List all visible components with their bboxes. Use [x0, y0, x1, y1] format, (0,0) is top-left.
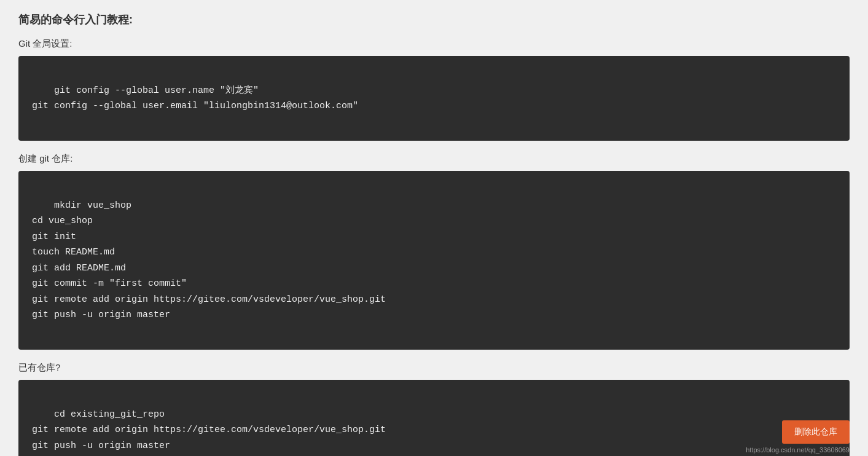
code-block-global-settings: git config --global user.name "刘龙宾" git … [18, 56, 850, 141]
page-container: 简易的命令行入门教程: Git 全局设置: git config --globa… [0, 0, 868, 456]
code-line-3-3: git push -u origin master [32, 441, 170, 451]
section-label-3: 已有仓库? [18, 362, 850, 374]
code-block-create-repo: mkdir vue_shop cd vue_shop git init touc… [18, 171, 850, 350]
code-line-3-1: cd existing_git_repo [54, 409, 165, 420]
section-label-2: 创建 git 仓库: [18, 153, 850, 165]
code-line-2-6: git commit -m "first commit" [32, 278, 187, 289]
code-line-1-2: git config --global user.email "liulongb… [32, 101, 358, 111]
section-label-1: Git 全局设置: [18, 38, 850, 50]
code-line-2-7: git remote add origin https://gitee.com/… [32, 294, 386, 305]
code-line-2-2: cd vue_shop [32, 216, 93, 226]
code-line-2-5: git add README.md [32, 263, 126, 273]
footer-link: https://blog.csdn.net/qq_33608069 [746, 446, 850, 454]
delete-repo-button[interactable]: 删除此仓库 [782, 420, 850, 444]
code-line-3-2: git remote add origin https://gitee.com/… [32, 425, 386, 435]
code-line-2-3: git init [32, 232, 76, 242]
code-block-existing-repo: cd existing_git_repo git remote add orig… [18, 380, 850, 456]
code-line-2-8: git push -u origin master [32, 310, 170, 320]
code-line-2-4: touch README.md [32, 247, 115, 257]
page-title: 简易的命令行入门教程: [18, 12, 850, 27]
code-line-1-1: git config --global user.name "刘龙宾" [54, 85, 259, 96]
code-line-2-1: mkdir vue_shop [54, 200, 131, 211]
